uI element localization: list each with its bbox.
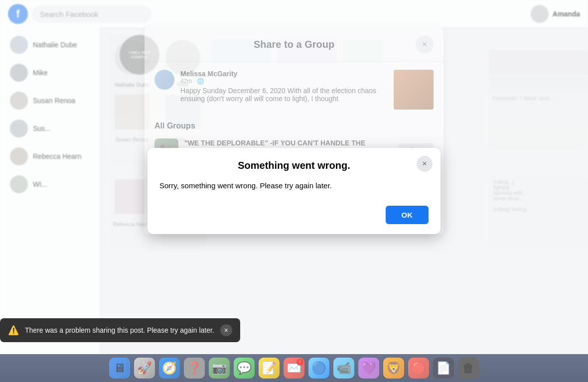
error-dialog-title: Something went wrong. [159,160,429,171]
toast-close-button[interactable]: × [220,324,232,336]
error-dialog-header: Something went wrong. × [147,148,441,171]
error-dialog-close-button[interactable]: × [417,156,433,172]
toast-notification: ⚠️ There was a problem sharing this post… [0,318,240,342]
warning-icon: ⚠️ [8,325,19,336]
error-dialog-body: Sorry, something went wrong. Please try … [147,171,441,200]
ok-button[interactable]: OK [386,206,429,224]
toast-message: There was a problem sharing this post. P… [25,326,214,334]
error-dialog-footer: OK [147,200,441,234]
error-dialog-message: Sorry, something went wrong. Please try … [159,181,429,190]
error-dialog: Something went wrong. × Sorry, something… [147,148,441,234]
